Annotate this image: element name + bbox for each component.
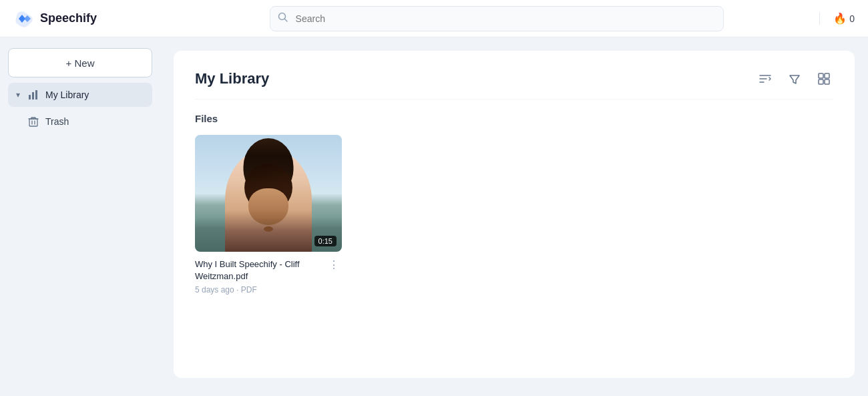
file-name: Why I Built Speechify - Cliff Weitzman.p… — [195, 258, 323, 282]
file-date: 5 days ago — [195, 285, 234, 294]
content-area: My Library — [160, 37, 868, 396]
file-details: Why I Built Speechify - Cliff Weitzman.p… — [195, 258, 323, 294]
bar-chart-icon — [28, 89, 39, 100]
header-actions — [756, 69, 833, 88]
filter-button[interactable] — [785, 69, 804, 88]
main-layout: + New ▾ My Library Trash — [0, 37, 868, 396]
search-container — [270, 6, 724, 31]
search-input[interactable] — [270, 6, 724, 31]
file-meta-separator: · — [236, 285, 241, 294]
file-card[interactable]: 0:15 Why I Built Speechify - Cliff Weitz… — [195, 135, 342, 294]
search-icon — [278, 12, 288, 25]
sidebar-item-trash-label: Trash — [45, 116, 69, 127]
svg-rect-3 — [35, 90, 37, 100]
sort-button[interactable] — [756, 69, 775, 88]
flame-icon: 🔥 — [833, 12, 847, 25]
speechify-logo-icon — [13, 8, 35, 29]
app-name: Speechify — [40, 11, 97, 25]
svg-rect-6 — [825, 73, 829, 78]
files-section-title: Files — [195, 113, 833, 124]
library-header: My Library — [195, 69, 833, 100]
duration-badge: 0:15 — [314, 236, 337, 246]
thumbnail-image — [195, 135, 342, 252]
svg-rect-1 — [29, 95, 31, 100]
sidebar: + New ▾ My Library Trash — [0, 37, 160, 396]
svg-rect-5 — [819, 73, 823, 78]
file-thumbnail: 0:15 — [195, 135, 342, 252]
sidebar-item-my-library-label: My Library — [45, 89, 89, 100]
chevron-down-icon: ▾ — [16, 90, 20, 100]
new-button[interactable]: + New — [8, 48, 152, 77]
grid-view-button[interactable] — [815, 69, 833, 88]
navbar: Speechify 🔥 0 — [0, 0, 868, 37]
trash-icon — [28, 116, 39, 127]
file-meta: 5 days ago · PDF — [195, 285, 323, 294]
library-panel: My Library — [174, 51, 855, 378]
search-area — [174, 6, 819, 31]
svg-rect-8 — [825, 79, 829, 84]
logo-area: Speechify — [13, 8, 174, 29]
files-grid: 0:15 Why I Built Speechify - Cliff Weitz… — [195, 135, 833, 294]
sidebar-item-trash[interactable]: Trash — [8, 110, 152, 134]
file-menu-button[interactable]: ⋮ — [326, 258, 342, 272]
svg-rect-4 — [29, 119, 37, 126]
library-title: My Library — [195, 70, 269, 87]
svg-rect-7 — [819, 79, 823, 84]
svg-rect-2 — [32, 92, 34, 100]
nav-right: 🔥 0 — [819, 12, 855, 25]
file-type: PDF — [241, 285, 257, 294]
sidebar-item-my-library[interactable]: ▾ My Library — [8, 83, 152, 107]
file-info: Why I Built Speechify - Cliff Weitzman.p… — [195, 252, 342, 294]
streak-badge: 🔥 0 — [833, 12, 855, 25]
streak-count: 0 — [849, 13, 855, 24]
